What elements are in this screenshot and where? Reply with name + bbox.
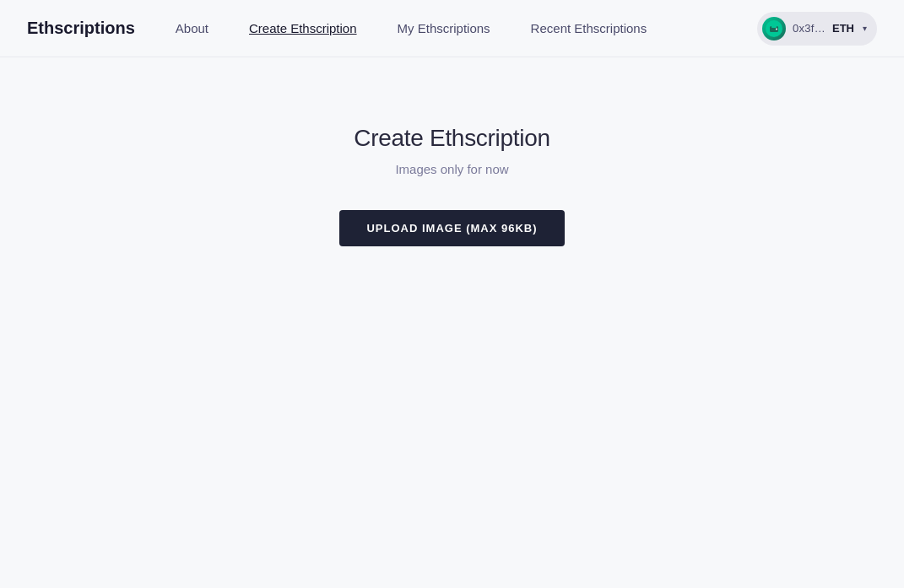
wallet-area: 0x3f… ETH ▾: [757, 12, 877, 46]
navbar: Ethscriptions About Create Ethscription …: [0, 0, 904, 57]
main-content: Create Ethscription Images only for now …: [0, 57, 904, 246]
page-subtitle: Images only for now: [395, 162, 508, 176]
svg-point-3: [776, 28, 777, 30]
wallet-address: 0x3f…: [793, 22, 826, 35]
nav-my-ethscriptions[interactable]: My Ethscriptions: [398, 21, 490, 35]
page-title: Create Ethscription: [354, 125, 549, 152]
wallet-currency: ETH: [832, 22, 854, 35]
upload-image-button[interactable]: UPLOAD IMAGE (MAX 96KB): [339, 210, 564, 246]
svg-rect-2: [771, 24, 777, 28]
chevron-down-icon: ▾: [863, 24, 867, 33]
wallet-avatar: [762, 17, 786, 40]
nav-create[interactable]: Create Ethscription: [249, 21, 357, 35]
nav-recent-ethscriptions[interactable]: Recent Ethscriptions: [531, 21, 647, 35]
wallet-button[interactable]: 0x3f… ETH ▾: [757, 12, 877, 46]
nav-about[interactable]: About: [176, 21, 208, 35]
nav-links: About Create Ethscription My Ethscriptio…: [176, 21, 757, 35]
brand-logo[interactable]: Ethscriptions: [27, 19, 135, 38]
